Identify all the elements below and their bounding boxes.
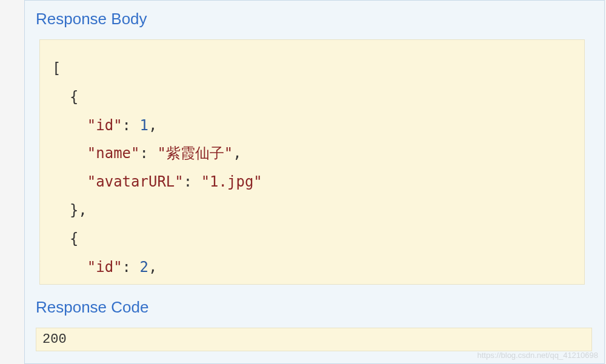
response-code-value: 200: [36, 328, 592, 351]
watermark-text: https://blog.csdn.net/qq_41210698: [478, 351, 599, 360]
json-value: 1.jpg: [210, 173, 253, 190]
json-value: 1: [140, 117, 148, 134]
response-body-content[interactable]: [ { "id": 1, "name": "紫霞仙子", "avatarURL"…: [39, 39, 585, 285]
json-value: 紫霞仙子: [166, 145, 224, 162]
response-body-title: Response Body: [36, 10, 593, 28]
json-value: 2: [140, 259, 148, 276]
response-code-title: Response Code: [36, 298, 593, 317]
response-panel: Response Body [ { "id": 1, "name": "紫霞仙子…: [24, 0, 605, 364]
